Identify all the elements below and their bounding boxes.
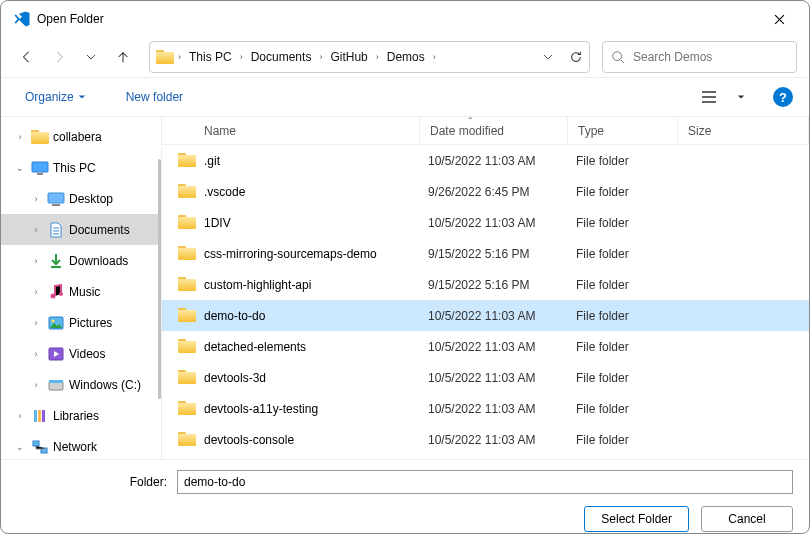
folder-icon (178, 401, 196, 416)
expand-icon[interactable]: ⌄ (13, 163, 27, 173)
tree-item[interactable]: ›Libraries (1, 400, 161, 431)
vscode-icon (13, 10, 31, 28)
tree-item[interactable]: ›Videos (1, 338, 161, 369)
file-date: 10/5/2022 11:03 AM (428, 433, 576, 447)
column-name[interactable]: Name (162, 117, 420, 144)
refresh-button[interactable] (569, 50, 583, 64)
file-row[interactable]: custom-highlight-api9/15/2022 5:16 PMFil… (162, 269, 809, 300)
tree-item[interactable]: ›Windows (C:) (1, 369, 161, 400)
back-button[interactable] (13, 43, 41, 71)
file-name: css-mirroring-sourcemaps-demo (204, 247, 428, 261)
down-icon (47, 252, 65, 270)
column-headers: ⌃ Name Date modified Type Size (162, 117, 809, 145)
tree-item[interactable]: ⌄This PC (1, 152, 161, 183)
svg-rect-15 (33, 441, 39, 446)
folder-icon (178, 308, 196, 323)
close-button[interactable] (757, 5, 801, 33)
svg-point-8 (52, 319, 55, 322)
file-row[interactable]: detached-elements10/5/2022 11:03 AMFile … (162, 331, 809, 362)
file-list: .git10/5/2022 11:03 AMFile folder.vscode… (162, 145, 809, 459)
file-type: File folder (576, 154, 686, 168)
file-row[interactable]: 1DIV10/5/2022 11:03 AMFile folder (162, 207, 809, 238)
tree-item[interactable]: ›Music (1, 276, 161, 307)
expand-icon[interactable]: › (29, 380, 43, 390)
folder-icon (178, 339, 196, 354)
folder-input[interactable] (177, 470, 793, 494)
folder-icon (178, 215, 196, 230)
sidebar: ›collabera⌄This PC›Desktop›Documents›Dow… (1, 117, 161, 459)
file-name: devtools-console (204, 433, 428, 447)
file-type: File folder (576, 371, 686, 385)
breadcrumb[interactable]: Documents (247, 48, 316, 66)
docs-icon (47, 221, 65, 239)
search-box[interactable] (602, 41, 797, 73)
file-name: 1DIV (204, 216, 428, 230)
tree-item[interactable]: ›Documents (1, 214, 161, 245)
file-name: custom-highlight-api (204, 278, 428, 292)
file-type: File folder (576, 402, 686, 416)
recent-dropdown[interactable] (77, 43, 105, 71)
file-type: File folder (576, 278, 686, 292)
folder-icon (31, 128, 49, 146)
sort-indicator-icon: ⌃ (467, 117, 474, 125)
address-dropdown[interactable] (543, 52, 553, 62)
tree-item[interactable]: ›collabera (1, 121, 161, 152)
svg-rect-2 (37, 173, 43, 175)
select-folder-button[interactable]: Select Folder (584, 506, 689, 532)
file-type: File folder (576, 340, 686, 354)
file-row[interactable]: .git10/5/2022 11:03 AMFile folder (162, 145, 809, 176)
new-folder-button[interactable]: New folder (118, 86, 191, 108)
file-row[interactable]: devtools-a11y-testing10/5/2022 11:03 AMF… (162, 393, 809, 424)
svg-rect-4 (52, 204, 60, 206)
file-row[interactable]: .vscode9/26/2022 6:45 PMFile folder (162, 176, 809, 207)
column-type[interactable]: Type (568, 117, 678, 144)
expand-icon[interactable]: › (29, 225, 43, 235)
search-input[interactable] (633, 50, 788, 64)
file-row[interactable]: css-mirroring-sourcemaps-demo9/15/2022 5… (162, 238, 809, 269)
breadcrumb[interactable]: GitHub (326, 48, 371, 66)
tree-label: Network (53, 440, 97, 454)
video-icon (47, 345, 65, 363)
expand-icon[interactable]: › (13, 132, 27, 142)
view-dropdown[interactable] (725, 83, 757, 111)
expand-icon[interactable]: ⌄ (13, 442, 27, 452)
tree-item[interactable]: ⌄Network (1, 431, 161, 459)
organize-button[interactable]: Organize (17, 86, 94, 108)
file-date: 10/5/2022 11:03 AM (428, 154, 576, 168)
forward-button[interactable] (45, 43, 73, 71)
tree-label: collabera (53, 130, 102, 144)
file-date: 9/15/2022 5:16 PM (428, 247, 576, 261)
breadcrumb[interactable]: Demos (383, 48, 429, 66)
folder-icon (178, 246, 196, 261)
toolbar: Organize New folder ? (1, 77, 809, 117)
column-size[interactable]: Size (678, 117, 809, 144)
chevron-right-icon: › (240, 52, 243, 62)
expand-icon[interactable]: › (13, 411, 27, 421)
file-date: 10/5/2022 11:03 AM (428, 371, 576, 385)
expand-icon[interactable]: › (29, 287, 43, 297)
tree-item[interactable]: ›Downloads (1, 245, 161, 276)
expand-icon[interactable]: › (29, 318, 43, 328)
file-name: .git (204, 154, 428, 168)
breadcrumb[interactable]: This PC (185, 48, 236, 66)
tree-item[interactable]: ›Pictures (1, 307, 161, 338)
file-row[interactable]: devtools-console10/5/2022 11:03 AMFile f… (162, 424, 809, 455)
expand-icon[interactable]: › (29, 256, 43, 266)
scrollbar-thumb[interactable] (158, 159, 161, 399)
expand-icon[interactable]: › (29, 349, 43, 359)
column-date[interactable]: Date modified (420, 117, 568, 144)
window-title: Open Folder (37, 12, 757, 26)
file-row[interactable]: demo-to-do10/5/2022 11:03 AMFile folder (162, 300, 809, 331)
folder-icon (178, 432, 196, 447)
chevron-right-icon: › (433, 52, 436, 62)
expand-icon[interactable]: › (29, 194, 43, 204)
pics-icon (47, 314, 65, 332)
chevron-right-icon: › (376, 52, 379, 62)
help-button[interactable]: ? (773, 87, 793, 107)
view-button[interactable] (693, 83, 725, 111)
address-bar[interactable]: › This PC › Documents › GitHub › Demos › (149, 41, 590, 73)
cancel-button[interactable]: Cancel (701, 506, 793, 532)
up-button[interactable] (109, 43, 137, 71)
tree-item[interactable]: ›Desktop (1, 183, 161, 214)
file-row[interactable]: devtools-3d10/5/2022 11:03 AMFile folder (162, 362, 809, 393)
